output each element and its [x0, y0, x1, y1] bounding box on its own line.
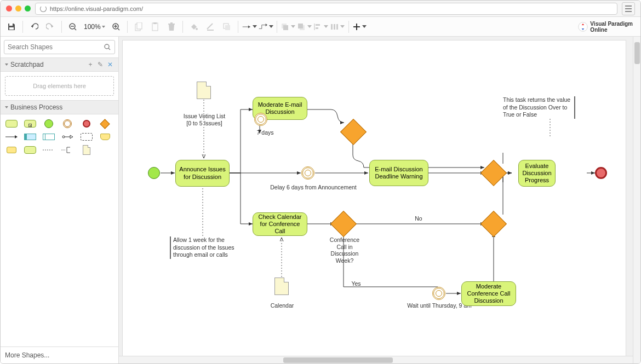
toback-button[interactable]	[297, 19, 312, 34]
stroke-button[interactable]	[203, 19, 218, 34]
titlebar: https://online.visual-paradigm.com/	[1, 1, 640, 17]
canvas[interactable]: Announce Issues for Discussion Issue Vot…	[119, 37, 640, 363]
svg-rect-26	[334, 24, 335, 30]
label-yes: Yes	[350, 280, 363, 287]
bp-header[interactable]: Business Process	[1, 100, 118, 114]
chevron-down-icon	[5, 63, 8, 66]
svg-point-13	[196, 28, 198, 30]
search-icon	[104, 43, 111, 51]
waypoint-button[interactable]	[258, 19, 273, 34]
edit-icon[interactable]: ✎	[96, 61, 104, 68]
more-shapes-button[interactable]: More Shapes...	[1, 346, 118, 363]
palette-task2[interactable]	[24, 145, 37, 155]
zoom-out-button[interactable]	[65, 19, 81, 34]
svg-point-34	[62, 136, 65, 138]
palette-group[interactable]	[80, 132, 93, 142]
dataobj-calendar[interactable]	[274, 278, 289, 295]
svg-rect-0	[9, 24, 13, 26]
timer-7days[interactable]	[254, 113, 267, 126]
task-evaluate[interactable]: Evaluate Discussion Progress	[518, 160, 556, 187]
scratchpad-dropzone[interactable]: Drag elements here	[5, 76, 114, 96]
bp-title: Business Process	[10, 103, 114, 111]
gateway-top[interactable]	[340, 119, 367, 145]
diagram-page[interactable]: Announce Issues for Discussion Issue Vot…	[122, 40, 626, 363]
palette-msg[interactable]	[61, 132, 74, 142]
svg-line-32	[108, 48, 110, 50]
refresh-icon[interactable]	[40, 5, 47, 12]
svg-rect-27	[336, 24, 338, 30]
task-announce[interactable]: Announce Issues for Discussion	[175, 160, 230, 187]
palette-task[interactable]	[5, 119, 18, 129]
connector-button[interactable]	[242, 19, 257, 34]
label-calendar: Calendar	[268, 302, 296, 309]
timer-thursday[interactable]	[432, 287, 445, 300]
palette-data-store[interactable]	[99, 132, 112, 142]
shadow-button[interactable]	[219, 19, 234, 34]
svg-rect-16	[225, 25, 230, 30]
search-field[interactable]	[8, 43, 104, 51]
dataobj-issue-list[interactable]	[197, 82, 211, 99]
redo-button[interactable]	[43, 19, 58, 34]
minimize-icon[interactable]	[15, 5, 21, 11]
note-return-value[interactable]: This task returns the value of the Discu…	[503, 96, 575, 119]
svg-rect-23	[316, 24, 320, 26]
sidebar: Scratchpad + ✎ ✕ Drag elements here Busi…	[1, 37, 119, 363]
gateway-conference[interactable]	[330, 211, 357, 237]
gateway-merge2[interactable]	[480, 211, 507, 237]
label-conference-q: Conference Call in Discussion Week?	[327, 236, 363, 264]
palette-dataobj[interactable]	[80, 145, 93, 155]
paste-button[interactable]	[147, 19, 163, 34]
close-icon[interactable]	[6, 5, 12, 11]
palette-task-plus[interactable]: +	[24, 119, 37, 129]
label-issue-list: Issue Voting List [0 to 5 Issues]	[180, 113, 228, 126]
gateway-merge[interactable]	[480, 160, 507, 186]
search-input[interactable]	[4, 40, 115, 54]
palette-data-2[interactable]	[5, 145, 18, 155]
fill-button[interactable]	[186, 19, 202, 34]
note-allow-week[interactable]: Allow 1 week for the discussion of the I…	[170, 236, 234, 259]
vertical-scrollbar[interactable]	[633, 37, 640, 363]
distribute-button[interactable]	[330, 19, 345, 34]
align-button[interactable]	[313, 19, 329, 34]
palette-assoc[interactable]	[42, 145, 55, 155]
copy-button[interactable]	[131, 19, 146, 34]
horizontal-scrollbar[interactable]	[119, 356, 633, 363]
start-event[interactable]	[148, 167, 160, 179]
app-logo: Visual ParadigmOnline	[578, 21, 637, 33]
palette-lane[interactable]	[42, 132, 55, 142]
scratchpad-header[interactable]: Scratchpad + ✎ ✕	[1, 57, 118, 72]
delete-button[interactable]	[164, 19, 179, 34]
zoom-level[interactable]: 100%	[82, 23, 107, 31]
add-button[interactable]	[352, 19, 368, 34]
end-event[interactable]	[595, 167, 607, 179]
plus-icon[interactable]: +	[87, 61, 94, 68]
shape-palette: +	[1, 114, 118, 159]
svg-rect-12	[153, 22, 157, 24]
palette-gateway[interactable]	[99, 119, 112, 129]
timer-delay6[interactable]	[301, 166, 314, 180]
palette-start[interactable]	[42, 119, 55, 129]
undo-button[interactable]	[26, 19, 42, 34]
zoom-in-button[interactable]	[108, 19, 124, 34]
task-email-warning[interactable]: E-mail Discussion Deadline Warning	[369, 160, 428, 186]
svg-rect-19	[283, 25, 288, 30]
task-check-calendar[interactable]: Check Calendar for Conference Call	[253, 212, 307, 236]
save-button[interactable]	[4, 19, 19, 34]
palette-annotation[interactable]	[61, 145, 74, 155]
palette-intermediate[interactable]	[61, 119, 74, 129]
address-bar[interactable]: https://online.visual-paradigm.com/	[35, 3, 617, 15]
tofront-button[interactable]	[281, 19, 296, 34]
palette-pool[interactable]	[24, 132, 37, 142]
palette-seq[interactable]	[5, 132, 18, 142]
url-text: https://online.visual-paradigm.com/	[50, 5, 143, 12]
label-7days: 7 days	[254, 129, 276, 136]
palette-end[interactable]	[80, 119, 93, 129]
svg-point-31	[105, 44, 109, 49]
svg-rect-25	[331, 24, 333, 30]
svg-rect-21	[298, 24, 303, 28]
task-moderate-call[interactable]: Moderate Conference Call Discussion	[461, 281, 516, 306]
close-icon[interactable]: ✕	[106, 61, 114, 68]
maximize-icon[interactable]	[25, 5, 31, 11]
chevron-down-icon	[5, 106, 8, 108]
menu-icon[interactable]	[622, 2, 635, 15]
